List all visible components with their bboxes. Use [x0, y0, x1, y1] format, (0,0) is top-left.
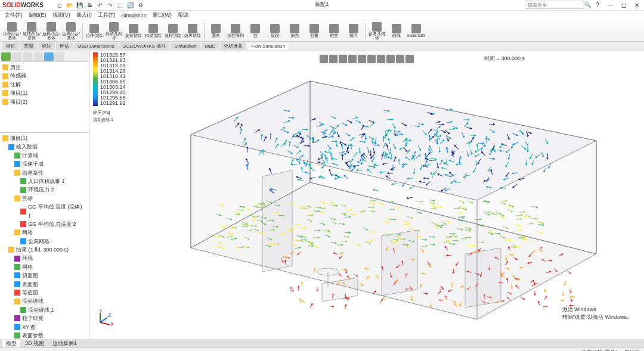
tree-item-切面图[interactable]: 切面图: [2, 271, 86, 279]
print-icon[interactable]: 🖶: [86, 1, 94, 10]
config-tab-icon[interactable]: [23, 52, 32, 61]
ribbon-拉伸切除[interactable]: 拉伸切除: [85, 21, 104, 41]
graphics-area[interactable]: 时间 = 300.000 s 101325.57101321.93101318.…: [89, 51, 644, 339]
menu-window[interactable]: 窗口(W): [153, 11, 172, 19]
feature-tree-tab-icon[interactable]: [1, 52, 11, 61]
menu-simulation[interactable]: Simulation: [122, 13, 147, 18]
tree-item-流动迹线[interactable]: 流动迹线: [2, 297, 86, 305]
ribbon-拉伸凸台/基体[interactable]: 拉伸凸台/基体: [2, 21, 21, 41]
tab-分析准备[interactable]: 分析准备: [220, 42, 246, 50]
tree-item-输入数据[interactable]: 输入数据: [2, 142, 86, 151]
menu-file[interactable]: 文件(F): [5, 11, 23, 19]
tree-item-注解[interactable]: 注解: [2, 80, 86, 89]
command-search-input[interactable]: [525, 1, 584, 9]
menu-view[interactable]: 视图(V): [52, 11, 70, 19]
zoom-fit-icon[interactable]: [320, 55, 328, 63]
ribbon-曲线[interactable]: 曲线: [387, 21, 406, 41]
ribbon-扫描切除[interactable]: 扫描切除: [144, 21, 163, 41]
maximize-button[interactable]: ◻: [618, 1, 630, 9]
tab-Flow Simulation[interactable]: Flow Simulation: [247, 43, 288, 49]
ribbon-包覆[interactable]: 包覆: [305, 21, 324, 41]
tab-Simulation[interactable]: Simulation: [171, 43, 200, 49]
rebuild-icon[interactable]: 🔄: [126, 1, 135, 10]
tree-item-项目(1)[interactable]: 项目(1): [2, 89, 86, 97]
menu-tools[interactable]: 工具(T): [98, 11, 116, 19]
ribbon-边界切除[interactable]: 边界切除: [183, 21, 202, 41]
tree-item-GG 平均值 温度 (流体) 1[interactable]: GG 平均值 温度 (流体) 1: [2, 203, 86, 220]
ribbon-筋[interactable]: 筋: [246, 21, 265, 41]
ribbon-放样凸台/基体[interactable]: 放样凸台/基体: [42, 21, 61, 41]
view-orient-icon[interactable]: [358, 55, 366, 63]
tree-item-等值面[interactable]: 等值面: [2, 288, 86, 297]
close-button[interactable]: ✕: [631, 1, 643, 9]
ribbon-放样切除[interactable]: 放样切除: [163, 21, 182, 41]
tab-SOLIDWORKS 插件[interactable]: SOLIDWORKS 插件: [119, 42, 169, 50]
tab-评估[interactable]: 评估: [56, 42, 73, 50]
ribbon-Instant3D[interactable]: Instant3D: [407, 21, 426, 41]
tab-特征[interactable]: 特征: [2, 42, 19, 50]
tab-草图[interactable]: 草图: [20, 42, 37, 50]
ribbon-异型孔向导[interactable]: 异型孔向导: [104, 21, 123, 41]
tree-item-全局网格[interactable]: 全局网格: [2, 237, 86, 246]
view-settings-icon[interactable]: [405, 55, 414, 63]
tab-MBD Dimensions[interactable]: MBD Dimensions: [74, 43, 118, 49]
ribbon-镜向[interactable]: 镜向: [344, 21, 363, 41]
save-icon[interactable]: 💾: [76, 1, 84, 10]
display-style-icon[interactable]: [367, 55, 376, 63]
tree-item-表面参数[interactable]: 表面参数: [2, 331, 86, 339]
apply-scene-icon[interactable]: [396, 55, 404, 63]
menu-help[interactable]: 帮助: [178, 11, 188, 19]
tree-item-计算域[interactable]: 计算域: [2, 151, 86, 160]
tree-item-目标[interactable]: 目标: [2, 194, 86, 203]
dim-tab-icon[interactable]: [33, 52, 43, 61]
tree-item-传感器[interactable]: 传感器: [2, 72, 86, 80]
ribbon-旋转凸台/基体[interactable]: 旋转凸台/基体: [22, 21, 41, 41]
tree-item-结果 (1.fld, 300.000 s)[interactable]: 结果 (1.fld, 300.000 s): [2, 246, 86, 254]
tree-item-历史[interactable]: 历史: [2, 63, 86, 72]
tree-item-表面图[interactable]: 表面图: [2, 280, 86, 288]
property-tab-icon[interactable]: [12, 52, 21, 61]
tree-item-流动迹线 1[interactable]: 流动迹线 1: [2, 306, 86, 314]
ribbon-相交[interactable]: 相交: [324, 21, 343, 41]
ribbon-参考几何体[interactable]: 参考几何体: [367, 21, 386, 41]
menu-edit[interactable]: 编辑(E): [29, 11, 47, 19]
hide-show-icon[interactable]: [377, 55, 385, 63]
tree-item-粒子研究[interactable]: 粒子研究: [2, 314, 86, 322]
ribbon-抽壳[interactable]: 抽壳: [285, 21, 304, 41]
ribbon-边界凸台/基体[interactable]: 边界凸台/基体: [61, 21, 80, 41]
tree-item-网格[interactable]: 网格: [2, 228, 86, 237]
tree-item-XY 图[interactable]: XY 图: [2, 323, 86, 331]
tree-item-入口体积流量 1[interactable]: 入口体积流量 1: [2, 177, 86, 185]
display-tab-icon[interactable]: [44, 52, 54, 61]
menu-insert[interactable]: 插入(I): [76, 11, 92, 19]
tab-标注[interactable]: 标注: [38, 42, 55, 50]
ribbon-旋转切除[interactable]: 旋转切除: [124, 21, 143, 41]
tree-item-环境[interactable]: 环境: [2, 254, 86, 262]
help-icon[interactable]: ?: [592, 1, 603, 9]
tab-MBD[interactable]: MBD: [202, 43, 219, 49]
undo-icon[interactable]: ↶: [96, 1, 104, 10]
tree-item-网格[interactable]: 网格: [2, 263, 86, 271]
tree-item-边界条件[interactable]: 边界条件: [2, 169, 86, 177]
tree-item-项目(2)[interactable]: 项目(2): [2, 98, 86, 106]
bottom-tab-model[interactable]: 模型: [2, 340, 20, 347]
tree-item-环境压力 2[interactable]: 环境压力 2: [2, 185, 86, 194]
ribbon-线性阵列[interactable]: 线性阵列: [226, 21, 245, 41]
minimize-button[interactable]: ─: [605, 1, 617, 9]
ribbon-圆角[interactable]: 圆角: [206, 21, 225, 41]
ribbon-拔模[interactable]: 拔模: [265, 21, 284, 41]
options-icon[interactable]: ⚙: [137, 1, 145, 10]
open-icon[interactable]: 📂: [66, 1, 74, 10]
section-view-icon[interactable]: [348, 55, 357, 63]
tree-item-流体子域[interactable]: 流体子域: [2, 160, 86, 168]
tree-item-项目(1)[interactable]: 项目(1): [2, 134, 86, 142]
tree-item-GG 平均值 总温度 2[interactable]: GG 平均值 总温度 2: [2, 220, 86, 228]
bottom-tab-3dview[interactable]: 3D 视图: [21, 340, 48, 347]
edit-appearance-icon[interactable]: [386, 55, 395, 63]
zoom-area-icon[interactable]: [329, 55, 338, 63]
flow-tab-icon[interactable]: [55, 52, 64, 61]
redo-icon[interactable]: ↷: [106, 1, 114, 10]
select-icon[interactable]: ⬚: [116, 1, 125, 10]
new-icon[interactable]: ◻: [55, 1, 64, 10]
search-icon[interactable]: 🔍: [584, 2, 590, 8]
